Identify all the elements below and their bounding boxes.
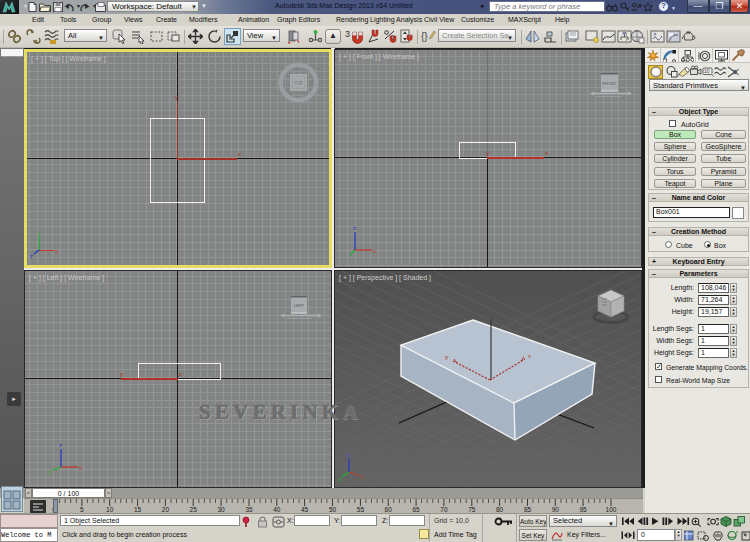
svg-text:y: y xyxy=(445,354,448,360)
svg-text:15: 15 xyxy=(134,506,142,513)
svg-text:40: 40 xyxy=(273,506,281,513)
svg-text:y: y xyxy=(120,371,123,377)
svg-text:x: x xyxy=(528,353,531,359)
svg-text:70: 70 xyxy=(440,506,448,513)
svg-text:95: 95 xyxy=(579,506,587,513)
svg-text:5: 5 xyxy=(80,506,84,513)
svg-text:90: 90 xyxy=(552,506,560,513)
svg-text:FRONT: FRONT xyxy=(603,81,617,86)
svg-text:y: y xyxy=(38,229,41,235)
svg-text:{}: {} xyxy=(421,31,428,42)
svg-text:z: z xyxy=(353,225,356,231)
svg-text:75: 75 xyxy=(468,506,476,513)
svg-text:30: 30 xyxy=(217,506,225,513)
svg-text:x: x xyxy=(360,474,363,480)
svg-text:100: 100 xyxy=(606,506,617,513)
svg-text:dco: dco xyxy=(682,58,688,62)
svg-text:10: 10 xyxy=(106,506,114,513)
svg-text:x: x xyxy=(55,248,58,254)
svg-text:85: 85 xyxy=(524,506,532,513)
svg-text:35: 35 xyxy=(245,506,253,513)
svg-text:50: 50 xyxy=(329,506,337,513)
svg-text:x: x xyxy=(179,371,182,377)
svg-text:x: x xyxy=(238,151,241,157)
svg-text:x: x xyxy=(373,248,376,254)
svg-text:z: z xyxy=(347,452,350,458)
svg-text:y: y xyxy=(338,476,341,482)
svg-text:80: 80 xyxy=(496,506,504,513)
svg-text:20: 20 xyxy=(162,506,170,513)
svg-text:LEFT: LEFT xyxy=(294,303,304,308)
svg-text:z: z xyxy=(30,253,33,259)
svg-text:y: y xyxy=(49,468,52,474)
svg-text:55: 55 xyxy=(357,506,365,513)
svg-text:25: 25 xyxy=(190,506,198,513)
svg-text:45: 45 xyxy=(301,506,309,513)
svg-text:60: 60 xyxy=(385,506,393,513)
svg-text:65: 65 xyxy=(412,506,420,513)
svg-text:10: 10 xyxy=(704,68,710,74)
svg-text:TOP: TOP xyxy=(294,81,303,86)
svg-text:x: x xyxy=(545,150,548,156)
svg-text:x: x xyxy=(79,465,82,471)
svg-text:y: y xyxy=(175,94,178,100)
svg-text:y: y xyxy=(486,150,489,156)
svg-text:z: z xyxy=(59,442,62,448)
